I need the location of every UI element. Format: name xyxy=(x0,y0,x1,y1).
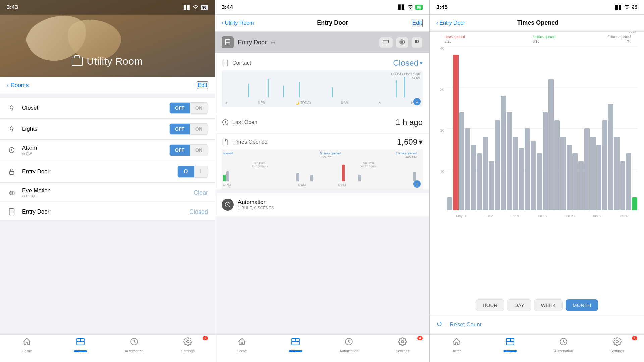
tab-automation-3[interactable]: Automation xyxy=(537,337,591,353)
times-xaxis-3: 6 PM xyxy=(338,183,346,187)
edit-button-1[interactable]: Edit xyxy=(197,81,208,89)
contact-header-left: Contact xyxy=(222,59,251,67)
battery-btn[interactable] xyxy=(379,37,393,48)
times-count: 1,609 xyxy=(397,137,417,147)
filter-day-btn[interactable]: DAY xyxy=(507,299,531,311)
edit-button-2[interactable]: Edit xyxy=(412,19,423,27)
svg-point-0 xyxy=(10,106,13,109)
alarm-on-btn[interactable]: ON xyxy=(190,145,208,156)
device-item-eve-motion[interactable]: Eve Motion ⊙ 0LUX Clear xyxy=(0,183,215,203)
month-bar-1 xyxy=(453,55,459,211)
device-item-alarm[interactable]: Alarm ⊙ 0W OFF ON xyxy=(0,140,215,161)
back-arrow-3: ‹ xyxy=(436,20,438,26)
times-value[interactable]: 1,609 ▾ xyxy=(397,137,423,147)
filter-week-btn[interactable]: WEEK xyxy=(534,299,563,311)
tab-rooms-2[interactable]: Rooms xyxy=(269,337,322,353)
xaxis-6pm: 6 PM xyxy=(258,101,265,105)
tab-automation-1[interactable]: Automation xyxy=(107,337,161,353)
annotation-4times-gray: 4 times opened xyxy=(608,35,631,39)
device-item-closet[interactable]: Closet OFF ON xyxy=(0,97,215,119)
contact-chevron: ▾ xyxy=(420,59,423,67)
filter-month-btn[interactable]: MONTH xyxy=(566,299,598,311)
bars-container xyxy=(447,46,637,210)
alarm-toggle[interactable]: OFF ON xyxy=(169,144,208,156)
back-button-1[interactable]: ‹ Rooms xyxy=(7,82,29,89)
tab-settings-1[interactable]: Settings 2 xyxy=(161,337,215,353)
tab-settings-2[interactable]: Settings 4 xyxy=(376,337,429,353)
automation-section[interactable]: Automation 1 RULE, 0 SCENES xyxy=(215,193,429,216)
door-o-btn[interactable]: O xyxy=(178,166,194,177)
tab-home-1[interactable]: Home xyxy=(0,337,54,353)
contact-value-row[interactable]: Closed ▾ xyxy=(393,58,423,68)
automation-title: Automation xyxy=(238,199,274,206)
contact-chart-info-btn[interactable]: ≡ xyxy=(413,98,421,105)
lights-off-btn[interactable]: OFF xyxy=(170,124,190,134)
status-bar-1: 3:43 ▋▋ 96 xyxy=(0,0,215,15)
contact-bar-6 xyxy=(396,80,397,97)
nav-title-2: Entry Door xyxy=(317,19,348,26)
contact-value: Closed xyxy=(393,58,418,68)
device-item-entry-door-lock[interactable]: Entry Door O I xyxy=(0,161,215,183)
opened-time-2: 7:00 PM xyxy=(320,155,332,158)
entry-door-toggle[interactable]: O I xyxy=(177,166,208,178)
tab-automation-2[interactable]: Automation xyxy=(322,337,376,353)
tab-rooms-1[interactable]: Rooms xyxy=(54,337,107,353)
tab-bar-2: Home Rooms Automation Settings 4 xyxy=(215,334,429,362)
tab-bar-3: Home Rooms Automation Settings 1 xyxy=(430,334,644,362)
times-header-left: Times Opened xyxy=(222,138,267,146)
back-button-2[interactable]: ‹ Utility Room xyxy=(222,20,254,26)
time-1: 3:43 xyxy=(7,4,18,11)
closet-on-btn[interactable]: ON xyxy=(190,103,208,113)
x-axis: May 26 Jun 2 Jun 9 Jun 16 Jun 23 Jun 30 … xyxy=(447,211,637,221)
entry-door-lock-label: Entry Door xyxy=(22,168,172,175)
x-label-may26: May 26 xyxy=(456,214,467,218)
hero-title: Utility Room xyxy=(72,56,143,67)
settings-btn[interactable] xyxy=(396,37,409,48)
reset-label: Reset Count xyxy=(450,321,482,328)
closet-toggle[interactable]: OFF ON xyxy=(169,102,208,114)
svg-point-7 xyxy=(11,192,13,194)
svg-point-27 xyxy=(401,341,404,343)
y-label-30: 30 xyxy=(440,87,444,92)
entry-door-header: Entry Door ▾ ID xyxy=(215,32,429,53)
annotation-date-618: 6/18 xyxy=(533,40,539,43)
month-bar-25 xyxy=(596,145,602,210)
svg-point-2 xyxy=(10,127,13,130)
device-item-entry-door-sensor[interactable]: Entry Door Closed xyxy=(0,203,215,221)
device-header-chevron[interactable]: ▾ xyxy=(271,40,275,45)
back-button-3[interactable]: ‹ Entry Door xyxy=(436,20,465,26)
status-icons-2: ▋▋ 96 xyxy=(398,4,423,10)
door-i-btn[interactable]: I xyxy=(194,166,208,177)
alarm-sub: ⊙ 0W xyxy=(22,152,164,156)
id-btn[interactable]: ID xyxy=(411,37,423,48)
device-item-lights[interactable]: Lights OFF ON xyxy=(0,119,215,140)
battery-badge-3: 96 xyxy=(631,4,637,10)
rooms-indicator-2 xyxy=(289,350,302,352)
closet-off-btn[interactable]: OFF xyxy=(170,103,190,113)
tab-home-3[interactable]: Home xyxy=(430,337,483,353)
tab-rooms-3[interactable]: Rooms xyxy=(483,337,537,353)
alarm-off-btn[interactable]: OFF xyxy=(170,145,190,156)
last-open-row: Last Open 1 h ago xyxy=(215,113,429,132)
lights-on-btn[interactable]: ON xyxy=(190,124,208,134)
times-chart-info-btn[interactable]: i xyxy=(413,180,421,188)
month-bar-20 xyxy=(567,145,572,210)
entry-door-sensor-status: Closed xyxy=(189,208,208,216)
automation-label-2: Automation xyxy=(340,349,359,353)
chart-annotations: times opened 5/25 4 times opened 6/18 4 … xyxy=(436,35,637,45)
reset-count-row[interactable]: ↺ Reset Count xyxy=(430,315,644,334)
rooms-icon-2 xyxy=(291,337,300,348)
home-icon-1 xyxy=(22,337,31,348)
month-bar-17 xyxy=(548,79,554,210)
contact-bar-4 xyxy=(299,82,300,97)
month-header: JULY xyxy=(629,32,637,33)
tab-settings-3[interactable]: Settings 1 xyxy=(590,337,644,353)
wifi-icon-2 xyxy=(407,4,413,10)
closet-label: Closet xyxy=(22,105,164,111)
filter-hour-btn[interactable]: HOUR xyxy=(476,299,504,311)
times-bar-2 xyxy=(296,173,299,181)
reset-icon: ↺ xyxy=(436,320,446,329)
lights-toggle[interactable]: OFF ON xyxy=(169,123,208,135)
svg-point-14 xyxy=(187,341,189,343)
tab-home-2[interactable]: Home xyxy=(215,337,269,353)
